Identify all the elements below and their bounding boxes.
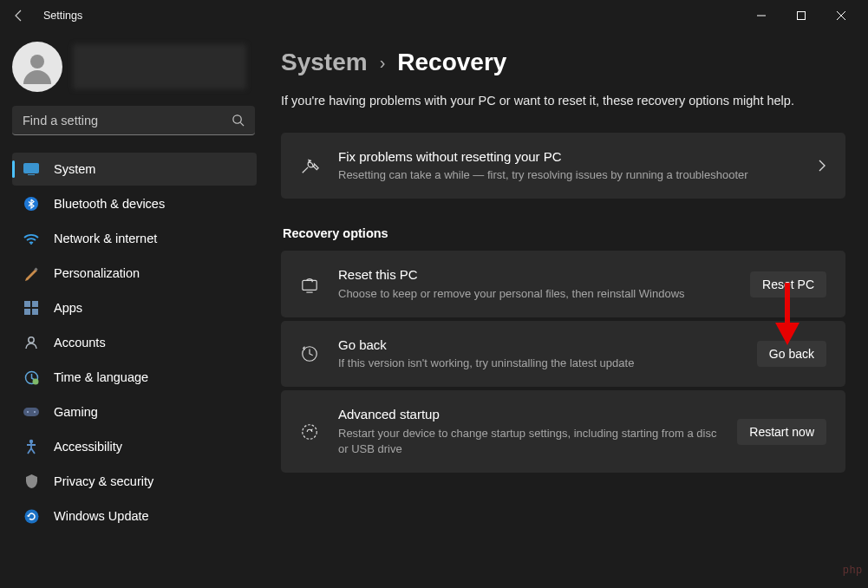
restart-now-button[interactable]: Restart now (737, 419, 826, 445)
svg-point-3 (233, 115, 241, 123)
nav-label: Bluetooth & devices (54, 197, 165, 211)
sidebar: System Bluetooth & devices Network & int… (0, 31, 264, 588)
bluetooth-icon (23, 195, 40, 212)
card-title: Advanced startup (338, 406, 725, 423)
nav-label: Network & internet (54, 232, 157, 245)
avatar (12, 42, 62, 92)
svg-point-19 (34, 411, 36, 413)
nav-label: Accessibility (54, 440, 122, 454)
svg-rect-11 (32, 301, 38, 307)
card-subtitle: Restart your device to change startup se… (338, 426, 725, 457)
gaming-icon (23, 403, 40, 421)
nav-item-apps[interactable]: Apps (12, 291, 257, 324)
accessibility-icon (23, 438, 40, 455)
card-title: Fix problems without resetting your PC (338, 148, 809, 166)
nav-label: System (54, 162, 95, 176)
svg-rect-22 (303, 280, 317, 290)
svg-line-4 (240, 122, 244, 126)
go-back-card: Go back If this version isn't working, t… (281, 321, 845, 387)
svg-rect-10 (24, 301, 30, 307)
nav-item-accounts[interactable]: Accounts (12, 326, 257, 359)
svg-point-2 (30, 55, 44, 69)
card-title: Go back (338, 336, 745, 354)
apps-icon (23, 299, 40, 317)
svg-point-20 (29, 440, 33, 443)
card-subtitle: If this version isn't working, try unins… (338, 356, 745, 371)
reset-icon (300, 276, 319, 293)
nav-item-time-language[interactable]: Time & language (12, 361, 257, 394)
maximize-button[interactable] (781, 2, 821, 29)
svg-point-16 (32, 378, 38, 384)
go-back-button[interactable]: Go back (757, 341, 826, 367)
svg-rect-12 (24, 309, 30, 315)
svg-rect-17 (23, 408, 39, 416)
titlebar: Settings (0, 0, 868, 31)
time-language-icon (23, 369, 40, 386)
profile-block[interactable] (12, 42, 257, 92)
nav-item-personalization[interactable]: Personalization (12, 257, 257, 290)
nav-label: Personalization (54, 266, 140, 280)
nav-item-windows-update[interactable]: Windows Update (12, 500, 257, 532)
svg-point-8 (30, 243, 32, 245)
card-subtitle: Resetting can take a while — first, try … (338, 167, 809, 183)
profile-info-redacted (73, 44, 246, 89)
close-button[interactable] (821, 2, 861, 29)
card-title: Reset this PC (338, 266, 738, 284)
svg-rect-5 (24, 164, 39, 173)
nav-item-privacy-security[interactable]: Privacy & security (12, 465, 257, 498)
search-input[interactable] (23, 114, 232, 127)
chevron-right-icon (818, 160, 826, 172)
card-subtitle: Choose to keep or remove your personal f… (338, 286, 738, 302)
accounts-icon (23, 334, 40, 351)
reset-pc-button[interactable]: Reset PC (750, 271, 826, 297)
page-intro: If you're having problems with your PC o… (281, 92, 845, 110)
nav-item-bluetooth[interactable]: Bluetooth & devices (12, 187, 257, 220)
nav-label: Accounts (54, 336, 106, 350)
svg-point-25 (303, 424, 317, 439)
nav-label: Gaming (54, 405, 98, 419)
nav-item-system[interactable]: System (12, 153, 257, 186)
breadcrumb-separator-icon: › (380, 53, 386, 73)
window-title: Settings (43, 10, 82, 22)
section-title: Recovery options (283, 226, 845, 240)
nav-label: Windows Update (54, 509, 149, 523)
advanced-startup-icon (300, 422, 319, 441)
reset-pc-card: Reset this PC Choose to keep or remove y… (281, 251, 845, 317)
breadcrumb-parent[interactable]: System (281, 49, 368, 76)
breadcrumb-current: Recovery (397, 49, 506, 76)
svg-rect-1 (798, 12, 806, 20)
advanced-startup-card: Advanced startup Restart your device to … (281, 390, 845, 473)
nav-label: Time & language (54, 370, 148, 384)
nav-item-accessibility[interactable]: Accessibility (12, 430, 257, 463)
search-icon (232, 114, 245, 127)
personalization-icon (23, 265, 40, 282)
nav-label: Apps (54, 301, 82, 315)
system-icon (23, 160, 40, 178)
nav-label: Privacy & security (54, 474, 153, 488)
svg-rect-13 (32, 309, 38, 315)
search-box[interactable] (12, 106, 255, 135)
nav-list: System Bluetooth & devices Network & int… (12, 153, 257, 532)
svg-point-18 (27, 411, 29, 413)
network-icon (23, 230, 40, 247)
go-back-icon (300, 344, 319, 363)
privacy-icon (23, 473, 40, 490)
windows-update-icon (23, 507, 40, 525)
fix-problems-card[interactable]: Fix problems without resetting your PC R… (281, 133, 845, 199)
main-content: System › Recovery If you're having probl… (264, 31, 868, 588)
nav-item-gaming[interactable]: Gaming (12, 395, 257, 428)
wrench-icon (300, 156, 319, 175)
window-controls (741, 2, 861, 29)
back-button[interactable] (7, 3, 31, 28)
minimize-button[interactable] (741, 2, 781, 29)
watermark: php (843, 564, 863, 576)
nav-item-network[interactable]: Network & internet (12, 222, 257, 255)
svg-point-14 (29, 337, 34, 343)
breadcrumb: System › Recovery (281, 49, 845, 76)
svg-point-21 (24, 509, 38, 523)
